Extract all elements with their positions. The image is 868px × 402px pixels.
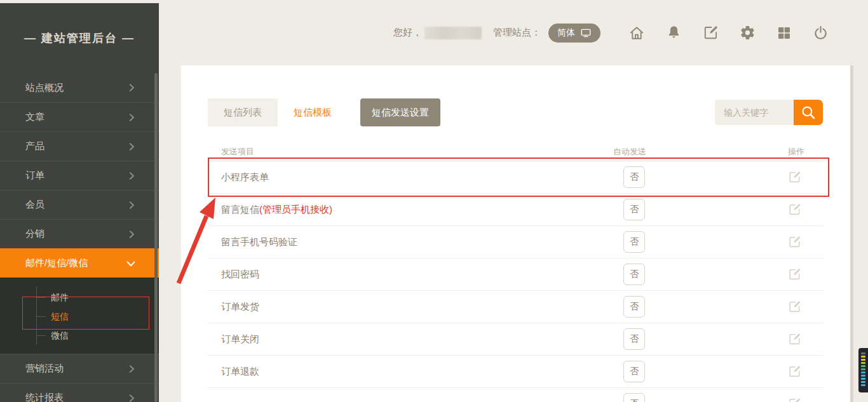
table-row: 留言手机号码验证否 (208, 226, 823, 258)
edit-icon[interactable] (788, 171, 801, 184)
table-row: 留言短信(管理员手机接收)否 (208, 194, 823, 226)
table-row: 订单发货否 (208, 291, 823, 323)
sidebar-item-label: 产品 (25, 140, 44, 152)
edit-icon[interactable] (788, 268, 801, 281)
power-icon[interactable] (813, 25, 829, 41)
chevron-right-icon (126, 229, 137, 240)
search-input[interactable] (715, 100, 794, 125)
redacted-username (424, 27, 482, 39)
chevron-right-icon (126, 199, 137, 211)
bell-icon[interactable] (666, 25, 682, 41)
sidebar-item[interactable]: 统计报表 (0, 383, 159, 402)
sms-template-table: 发送项目 自动发送 操作 小程序表单否留言短信(管理员手机接收)否留言手机号码验… (208, 145, 823, 402)
edit-icon[interactable] (788, 236, 801, 249)
search-box (715, 100, 823, 125)
auto-send-toggle-button[interactable]: 否 (623, 264, 645, 285)
sidebar-item-label: 统计报表 (25, 392, 64, 402)
language-pill-label: 简体 (557, 27, 575, 39)
edit-icon[interactable] (788, 365, 801, 379)
sidebar-item[interactable]: 文章 (0, 102, 159, 131)
edit-icon[interactable] (703, 25, 719, 41)
widget-stripe (861, 356, 865, 358)
sidebar-subitem[interactable]: 微信 (0, 326, 159, 345)
search-button[interactable] (794, 100, 823, 125)
auto-send-toggle-button[interactable]: 否 (623, 166, 645, 188)
widget-stripe (861, 378, 865, 380)
col-header-auto-send: 自动发送 (613, 146, 646, 157)
row-send-item-name: 订单关闭 (221, 333, 259, 345)
admin-page: — 建站管理后台 — 站点概况文章产品订单会员分销邮件/短信/微信邮件短信微信营… (0, 0, 868, 402)
tabs: 短信列表 短信模板 短信发送设置 (208, 98, 440, 126)
widget-stripe (861, 362, 865, 364)
edit-icon[interactable] (788, 398, 801, 402)
language-pill[interactable]: 简体 (548, 23, 600, 43)
row-name-note: (管理员手机接收) (259, 204, 332, 215)
topbar: 您好， 管理站点： 简体 (159, 0, 868, 65)
sidebar-item[interactable]: 产品 (0, 131, 159, 161)
row-send-item-name: 找回密码 (221, 269, 259, 281)
sidebar-menu: 站点概况文章产品订单会员分销邮件/短信/微信邮件短信微信营销活动统计报表 (0, 73, 159, 402)
sidebar-item-label: 会员 (25, 199, 44, 211)
sidebar-item-label: 站点概况 (25, 82, 64, 94)
row-send-item-name: 留言手机号码验证 (221, 236, 297, 248)
row-send-item-name: 订单发货 (221, 301, 259, 313)
apps-grid-icon[interactable] (776, 25, 792, 41)
tab-sms-template[interactable]: 短信模板 (278, 98, 348, 126)
widget-stripe (861, 365, 865, 367)
chevron-right-icon (126, 170, 137, 182)
auto-send-toggle-button[interactable]: 否 (623, 328, 645, 350)
edit-icon[interactable] (788, 333, 801, 346)
chevron-right-icon (126, 392, 137, 402)
widget-stripe (861, 368, 865, 370)
manage-site-label: 管理站点： (493, 27, 541, 39)
widget-stripe (861, 384, 865, 386)
auto-send-toggle-button[interactable]: 否 (623, 231, 645, 253)
col-header-action: 操作 (788, 146, 804, 157)
sidebar-scrollbar[interactable] (154, 73, 158, 402)
chevron-right-icon (126, 141, 137, 152)
gear-icon[interactable] (740, 25, 756, 41)
tab-sms-list[interactable]: 短信列表 (208, 98, 278, 126)
table-row: 订单关闭否 (208, 323, 823, 356)
sidebar-title: — 建站管理后台 — (0, 3, 159, 46)
row-send-item-name: 小程序表单 (221, 171, 269, 184)
sidebar-item-label: 文章 (25, 111, 44, 123)
sidebar-item[interactable]: 订单 (0, 161, 159, 190)
widget-stripe (861, 352, 865, 354)
sidebar-item-label: 营销活动 (25, 363, 64, 375)
chevron-right-icon (126, 112, 137, 123)
panel-shadow (850, 65, 853, 402)
chevron-right-icon (126, 363, 137, 375)
widget-stripe (861, 381, 865, 383)
sidebar-item[interactable]: 会员 (0, 190, 159, 219)
edit-icon[interactable] (788, 300, 801, 314)
auto-send-toggle-button[interactable]: 否 (623, 361, 645, 382)
sidebar-subitem[interactable]: 短信 (0, 307, 159, 326)
table-row: 找回密码否 (208, 258, 823, 291)
sidebar-subitem[interactable]: 邮件 (0, 288, 159, 307)
search-icon (800, 104, 817, 121)
greeting-text: 您好， (393, 27, 422, 39)
widget-stripe (861, 372, 865, 373)
auto-send-toggle-button[interactable]: 否 (623, 199, 645, 220)
sidebar-item[interactable]: 邮件/短信/微信 (0, 248, 159, 278)
tab-sms-send-settings[interactable]: 短信发送设置 (360, 98, 440, 126)
sidebar-item[interactable]: 站点概况 (0, 73, 159, 102)
auto-send-toggle-button[interactable]: 否 (623, 296, 645, 318)
monitor-icon (580, 27, 592, 39)
topbar-icons (628, 25, 829, 41)
col-header-send-item: 发送项目 (221, 146, 254, 157)
table-row: 否 (208, 388, 823, 402)
widget-stripe (861, 359, 865, 361)
sidebar-submenu: 邮件短信微信 (0, 278, 159, 354)
table-row: 订单退款否 (208, 356, 823, 388)
widget-stripe (861, 375, 865, 377)
edit-icon[interactable] (788, 203, 801, 217)
home-icon[interactable] (628, 25, 645, 41)
browser-extension-widget[interactable] (858, 348, 868, 392)
sidebar-item[interactable]: 营销活动 (0, 354, 159, 383)
auto-send-toggle-button[interactable]: 否 (623, 393, 645, 402)
sidebar-item-label: 邮件/短信/微信 (25, 257, 88, 269)
sidebar-item[interactable]: 分销 (0, 219, 159, 248)
row-send-item-name: 留言短信(管理员手机接收) (221, 204, 332, 216)
